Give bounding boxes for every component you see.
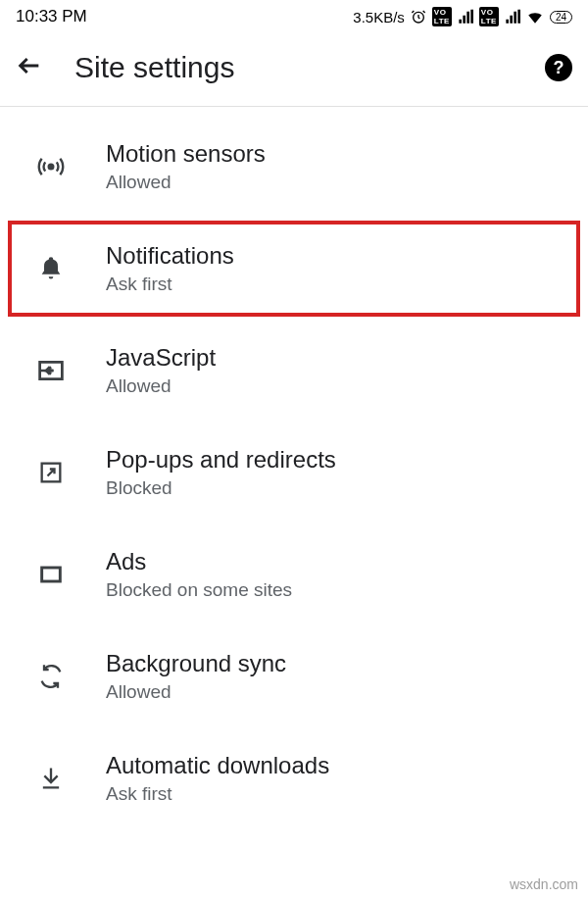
signal-icon-1 [458,9,473,25]
status-time: 10:33 PM [16,7,87,26]
sync-icon [35,663,67,690]
setting-subtitle: Ask first [106,274,553,295]
watermark: wsxdn.com [510,876,578,892]
setting-title: JavaScript [106,344,553,372]
setting-subtitle: Blocked on some sites [106,579,553,601]
setting-title: Motion sensors [106,140,553,168]
status-right: 3.5KB/s VOLTE VOLTE 24 [353,7,572,26]
setting-title: Pop-ups and redirects [106,446,553,474]
settings-list: Motion sensors Allowed Notifications Ask… [0,107,588,826]
setting-title: Notifications [106,242,553,270]
bell-icon [35,255,67,282]
app-bar: Site settings ? [0,31,588,107]
setting-background-sync[interactable]: Background sync Allowed [8,628,580,724]
status-speed: 3.5KB/s [353,9,405,25]
setting-title: Ads [106,548,553,575]
setting-subtitle: Blocked [106,477,553,499]
ads-icon [35,561,67,588]
setting-ads[interactable]: Ads Blocked on some sites [8,526,580,623]
setting-subtitle: Allowed [106,172,553,193]
setting-javascript[interactable]: JavaScript Allowed [8,323,580,419]
help-button[interactable]: ? [545,54,572,81]
lte-badge-2: VOLTE [479,7,499,26]
setting-notifications[interactable]: Notifications Ask first [8,221,580,317]
status-bar: 10:33 PM 3.5KB/s VOLTE VOLTE 24 [0,0,588,31]
download-icon [35,765,67,792]
setting-subtitle: Allowed [106,681,553,703]
sensor-icon [35,153,67,180]
setting-popups[interactable]: Pop-ups and redirects Blocked [8,424,580,521]
setting-subtitle: Ask first [106,783,553,805]
popup-icon [35,459,67,486]
setting-automatic-downloads[interactable]: Automatic downloads Ask first [8,730,580,826]
svg-point-1 [49,165,54,170]
setting-subtitle: Allowed [106,375,553,397]
back-button[interactable] [16,52,43,83]
signal-icon-2 [505,9,520,25]
setting-title: Automatic downloads [106,752,553,779]
battery-level: 24 [550,11,572,24]
alarm-icon [411,9,426,25]
setting-title: Background sync [106,650,553,677]
wifi-icon [526,8,544,25]
page-title: Site settings [74,51,514,84]
setting-motion-sensors[interactable]: Motion sensors Allowed [8,119,580,215]
svg-rect-5 [42,568,61,581]
lte-badge-1: VOLTE [432,7,452,26]
javascript-icon [35,356,67,385]
